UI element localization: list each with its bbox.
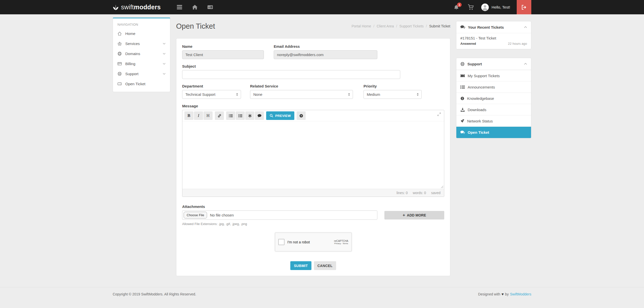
related-service-select[interactable]: None xyxy=(250,90,353,99)
cart-button[interactable] xyxy=(468,4,474,10)
breadcrumb-portal-home[interactable]: Portal Home xyxy=(352,24,371,28)
recent-tickets-header[interactable]: Your Recent Tickets xyxy=(456,21,531,33)
sidebar-item-label: Billing xyxy=(125,62,135,66)
email-label: Email Address xyxy=(274,44,377,49)
priority-label: Priority xyxy=(364,84,422,88)
chevron-down-icon xyxy=(163,43,166,45)
link-button[interactable] xyxy=(215,111,224,120)
menu-toggle-button[interactable] xyxy=(177,5,182,10)
comment-button[interactable] xyxy=(255,111,264,120)
subject-field[interactable] xyxy=(182,70,400,79)
ticket-name[interactable]: #178151 - Test Ticket xyxy=(460,36,527,40)
sidebar-item-home[interactable]: Home xyxy=(113,28,170,38)
italic-button[interactable]: I xyxy=(194,111,203,120)
support-panel-header[interactable]: Support xyxy=(456,58,531,70)
chevron-up-icon xyxy=(524,63,527,65)
file-input[interactable]: Choose File No file chosen xyxy=(182,210,377,220)
heart-icon: ♥ xyxy=(501,292,504,296)
attachments-label: Attachments xyxy=(182,204,444,209)
chevron-down-icon xyxy=(163,63,166,65)
link-icon xyxy=(218,114,221,118)
notifications-button[interactable]: 1 xyxy=(454,5,459,10)
subject-label: Subject xyxy=(182,64,400,68)
add-more-button[interactable]: + ADD MORE xyxy=(384,211,444,219)
download-icon xyxy=(460,108,465,112)
heading-button[interactable]: H xyxy=(204,111,213,120)
copyright-text: Copyright © 2019 SwiftModders. All Right… xyxy=(113,292,196,296)
sidebar-item-label: Open Ticket xyxy=(125,82,145,86)
panel-title: Support xyxy=(467,62,482,66)
related-service-label: Related Service xyxy=(250,84,353,88)
recaptcha-label: I'm not a robot xyxy=(288,240,310,244)
support-item-network-status[interactable]: Network Status xyxy=(456,115,531,126)
rocket-icon xyxy=(460,119,464,123)
recaptcha-checkbox[interactable] xyxy=(278,239,285,245)
open-ticket-form-card: Name Email Address Subject Department Te xyxy=(176,38,450,276)
svg-text:?: ? xyxy=(300,114,302,117)
fullscreen-button[interactable] xyxy=(437,112,441,116)
help-button[interactable]: ? xyxy=(297,111,306,120)
breadcrumb-support-tickets[interactable]: Support Tickets xyxy=(399,24,424,28)
cart-icon xyxy=(468,4,474,10)
unordered-list-button[interactable] xyxy=(236,111,245,120)
lines-count: lines: 0 xyxy=(396,191,408,195)
support-item-open-ticket[interactable]: Open Ticket xyxy=(456,126,531,138)
editor-statusbar: lines: 0 words: 0 saved xyxy=(182,189,444,197)
priority-select[interactable]: Medium xyxy=(364,90,422,99)
sidebar-item-support[interactable]: Support xyxy=(113,69,170,79)
life-ring-icon xyxy=(117,72,122,76)
footer: Copyright © 2019 SwiftModders. All Right… xyxy=(0,287,644,301)
avatar[interactable] xyxy=(481,4,489,11)
bold-button[interactable]: B xyxy=(184,111,193,120)
home-button[interactable] xyxy=(192,5,197,10)
message-editor: B I H PREVIEW xyxy=(182,110,444,197)
user-greeting[interactable]: Hello, Test! xyxy=(492,5,510,9)
choose-file-button[interactable]: Choose File xyxy=(184,212,207,218)
sidebar-item-domains[interactable]: Domains xyxy=(113,49,170,59)
brand-logo[interactable]: swiftmodders xyxy=(113,4,161,11)
saved-status: saved xyxy=(431,191,440,195)
plus-icon: + xyxy=(403,213,405,218)
navigation-header: NAVIGATION xyxy=(113,18,170,28)
info-circle-icon xyxy=(460,97,464,100)
name-field[interactable] xyxy=(182,50,264,59)
breadcrumb-client-area[interactable]: Client Area xyxy=(377,24,394,28)
brand-text: swiftmodders xyxy=(121,4,161,11)
sidebar-item-services[interactable]: Services xyxy=(113,38,170,49)
credit-card-icon xyxy=(117,62,122,66)
preview-button[interactable]: PREVIEW xyxy=(266,111,294,120)
sidebar-item-label: Home xyxy=(125,31,135,36)
resize-handle[interactable] xyxy=(441,186,444,188)
support-item-my-tickets[interactable]: My Support Tickets xyxy=(456,70,531,81)
expand-icon xyxy=(437,112,441,116)
home-icon xyxy=(192,5,197,10)
no-file-text: No file chosen xyxy=(210,213,234,217)
logout-button[interactable] xyxy=(517,0,531,14)
swiftmodders-link[interactable]: SwiftModders xyxy=(510,292,531,296)
life-ring-icon xyxy=(460,62,465,66)
ticket-time: 22 hours ago xyxy=(508,42,527,46)
cancel-button[interactable]: CANCEL xyxy=(314,261,336,270)
asterisk-button[interactable] xyxy=(245,111,254,120)
recaptcha-terms-link[interactable]: Privacy - Terms xyxy=(334,242,348,245)
designed-by: Designed with ♥ by SwiftModders xyxy=(478,292,531,296)
language-button[interactable]: A xyxy=(208,5,213,10)
submit-button[interactable]: SUBMIT xyxy=(290,261,311,270)
panel-title: Your Recent Tickets xyxy=(468,25,504,29)
email-field[interactable] xyxy=(274,50,377,59)
sign-out-icon xyxy=(521,5,527,10)
support-item-downloads[interactable]: Downloads xyxy=(456,104,531,115)
sidebar-item-billing[interactable]: Billing xyxy=(113,59,170,69)
select-caret-icon xyxy=(348,93,350,96)
department-select[interactable]: Technical Support xyxy=(182,90,241,99)
support-item-announcements[interactable]: Announcements xyxy=(456,81,531,93)
list-ul-icon xyxy=(238,114,242,118)
message-textarea[interactable] xyxy=(182,121,444,189)
breadcrumb: Portal Home / Client Area / Support Tick… xyxy=(352,24,451,28)
recent-ticket-item[interactable]: #178151 - Test Ticket Answered 22 hours … xyxy=(456,33,531,49)
name-label: Name xyxy=(182,44,264,49)
sidebar-item-open-ticket[interactable]: Open Ticket xyxy=(113,79,170,89)
support-item-knowledgebase[interactable]: Knowledgebase xyxy=(456,93,531,104)
message-label: Message xyxy=(182,104,444,108)
ordered-list-button[interactable] xyxy=(226,111,235,120)
